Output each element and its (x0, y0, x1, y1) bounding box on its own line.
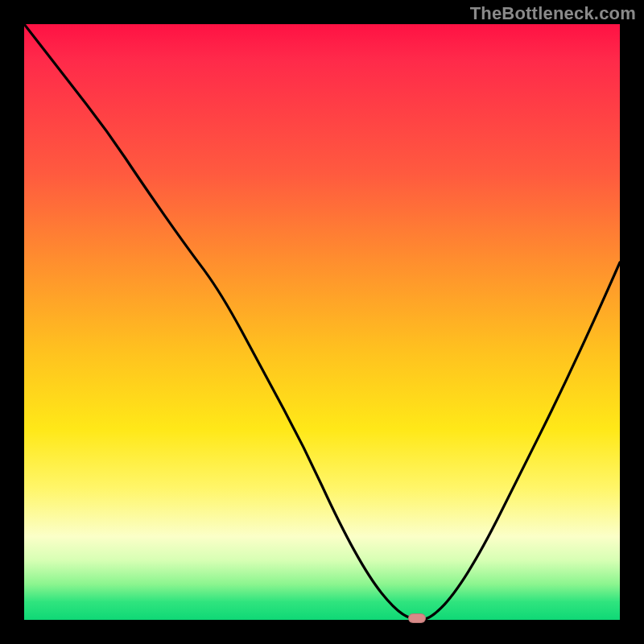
plot-area (24, 24, 620, 620)
curve-svg (24, 24, 620, 620)
optimum-marker (408, 613, 426, 623)
watermark-text: TheBottleneck.com (470, 3, 636, 24)
bottleneck-curve (24, 24, 620, 620)
chart-frame: TheBottleneck.com (0, 0, 644, 644)
